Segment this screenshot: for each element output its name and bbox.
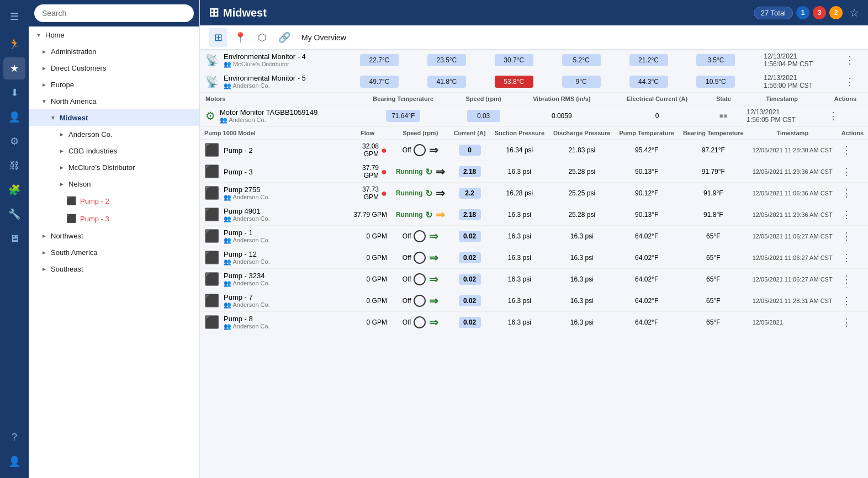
sidebar-item-northwest[interactable]: ► Northwest: [29, 227, 199, 244]
hierarchy-icon[interactable]: ⛓: [3, 155, 25, 177]
profile-icon[interactable]: 👤: [3, 450, 25, 472]
integrations-icon[interactable]: 🧩: [3, 179, 25, 201]
search-input[interactable]: [34, 4, 194, 22]
favorites-icon[interactable]: ★: [3, 57, 25, 79]
sidebar-item-south-america[interactable]: ► South America: [29, 244, 199, 261]
actions-button[interactable]: ⋮: [841, 144, 851, 156]
download-icon[interactable]: ⬇: [3, 82, 25, 104]
speed-state-cell: Off ⇒: [391, 140, 449, 161]
na-arrow: ▼: [40, 97, 49, 105]
pump-temp: 64.02°F: [615, 312, 678, 333]
state-header: State: [706, 93, 741, 105]
actions-button[interactable]: ⋮: [841, 295, 851, 307]
pump-name: Pump - 8: [224, 315, 270, 323]
tab-grid-button[interactable]: ⊞: [209, 28, 227, 47]
speed-header: Speed (rpm): [452, 93, 515, 105]
pump-temp: 64.02°F: [615, 226, 678, 247]
flow-value: 0 GPM: [367, 232, 387, 240]
badge-red: 3: [813, 6, 826, 19]
tools-icon[interactable]: 🔧: [3, 203, 25, 225]
env-monitors-table: 📡 Environmental Monitor - 4 👥 McClure's …: [200, 50, 868, 93]
pump-arrows-icon: ⇒: [429, 230, 438, 243]
sidebar-item-pump2[interactable]: ⬛ Pump - 2: [29, 192, 199, 210]
discharge-pressure: 16.3 psi: [549, 312, 615, 333]
device-name: Environmental Monitor - 4: [224, 52, 306, 61]
actions-button[interactable]: ⋮: [841, 209, 851, 221]
pump-sub: 👥 Anderson Co.: [224, 301, 270, 309]
suction-pressure: 16.3 psi: [490, 226, 549, 247]
favorite-star-icon[interactable]: ☆: [849, 6, 859, 19]
tab-map-button[interactable]: 📍: [231, 28, 250, 47]
flow-value: 37.79 GPM: [348, 164, 379, 179]
timestamp-cell: 12/05/2021 11:29:36 AM CST: [748, 161, 837, 183]
table-row: ⬛ Pump 2755 👥 Anderson Co. 37.73 GPM ● R…: [200, 183, 868, 204]
env-monitor-icon: 📡: [205, 54, 219, 67]
speed-state-cell: Running ↻ ⇒: [391, 161, 449, 183]
left-navigation: ☰ 🏃 ★ ⬇ 👤 ⚙ ⛓ 🧩 🔧 🖥 ? 👤: [0, 0, 29, 478]
tabs-bar: ⊞ 📍 ⬡ 🔗 My Overview: [200, 25, 868, 50]
flow-value: 37.79 GPM: [353, 211, 387, 219]
user-icon[interactable]: 👤: [3, 106, 25, 128]
dashboard-icon[interactable]: 🏃: [3, 33, 25, 55]
sidebar: ▼ Home ► Administration ► Direct Custome…: [29, 0, 200, 478]
sidebar-item-home[interactable]: ▼ Home: [29, 26, 199, 43]
settings-icon[interactable]: ⚙: [3, 130, 25, 152]
tab-device-button[interactable]: ⬡: [253, 28, 272, 47]
sidebar-item-nelson[interactable]: ► Nelson: [29, 176, 199, 192]
topbar: ⊞ Midwest 27 Total 1 3 2 ☆: [200, 0, 868, 25]
sidebar-item-mcclure[interactable]: ► McClure's Distributor: [29, 159, 199, 176]
sidebar-item-anderson[interactable]: ► Anderson Co.: [29, 126, 199, 142]
mc-arrow: ►: [57, 163, 66, 172]
timestamp-cell: 12/05/2021 11:06:36 AM CST: [748, 183, 837, 204]
sidebar-item-europe[interactable]: ► Europe: [29, 76, 199, 93]
nw-arrow: ►: [40, 231, 49, 240]
sidebar-item-pump3[interactable]: ⬛ Pump - 3: [29, 210, 199, 227]
actions-button[interactable]: ⋮: [845, 76, 855, 88]
sidebar-item-label: South America: [51, 248, 194, 257]
bearing-temp: 65°F: [679, 247, 748, 269]
actions-button[interactable]: ⋮: [828, 110, 838, 122]
pump-temp-header: Pump Temperature: [615, 127, 678, 140]
sidebar-item-direct-customers[interactable]: ► Direct Customers: [29, 60, 199, 76]
menu-icon[interactable]: ☰: [3, 6, 25, 28]
table-row: ⬛ Pump - 7 👥 Anderson Co. 0 GPM Off ⇒ 0.…: [200, 290, 868, 312]
timestamp-cell: 12/05/2021 11:06:27 AM CST: [748, 269, 837, 290]
main-area: ⊞ Midwest 27 Total 1 3 2 ☆ ⊞ 📍 ⬡ 🔗 My Ov…: [200, 0, 868, 478]
pump-temp: 64.02°F: [615, 247, 678, 269]
sidebar-item-midwest[interactable]: ▼ Midwest: [29, 109, 199, 126]
actions-button[interactable]: ⋮: [841, 187, 851, 199]
actions-button[interactable]: ⋮: [841, 252, 851, 264]
temp6-cell: 3.5°C: [691, 50, 758, 71]
speed-state-cell: Off ⇒: [391, 226, 449, 247]
pump-sub: 👥 Anderson Co.: [224, 280, 270, 287]
sidebar-item-label: CBG Industries: [68, 147, 194, 155]
help-icon[interactable]: ?: [3, 426, 25, 448]
pump-name: Pump - 1: [224, 229, 270, 237]
device-name: Motor Monitor TAGBB1059149: [220, 108, 317, 116]
flow-value: 37.73 GPM: [348, 185, 379, 201]
sidebar-item-southeast[interactable]: ► Southeast: [29, 261, 199, 277]
monitor-icon[interactable]: 🖥: [3, 227, 25, 249]
sidebar-item-administration[interactable]: ► Administration: [29, 43, 199, 60]
flow-value: 0 GPM: [367, 254, 387, 262]
sidebar-item-north-america[interactable]: ▼ North America: [29, 93, 199, 109]
sidebar-item-cbg[interactable]: ► CBG Industries: [29, 142, 199, 159]
mw-arrow: ▼: [49, 113, 57, 122]
actions-button[interactable]: ⋮: [841, 316, 851, 328]
pump-row-icon: ⬛: [204, 294, 219, 308]
pump-temp: 64.02°F: [615, 269, 678, 290]
table-row: 📡 Environmental Monitor - 4 👥 McClure's …: [200, 50, 868, 71]
actions-button[interactable]: ⋮: [845, 54, 855, 66]
main-content: 📡 Environmental Monitor - 4 👥 McClure's …: [200, 50, 868, 478]
state-icon: ▪▪: [719, 109, 728, 123]
bearing-temp: 97.21°F: [679, 140, 748, 161]
actions-button[interactable]: ⋮: [841, 230, 851, 242]
tab-link-button[interactable]: 🔗: [275, 28, 294, 47]
actions-button[interactable]: ⋮: [841, 166, 851, 178]
sidebar-item-label: Southeast: [51, 265, 194, 273]
topbar-badges: 27 Total 1 3 2 ☆: [754, 6, 859, 19]
speed-rpm-header: Speed (rpm): [391, 127, 449, 140]
actions-button[interactable]: ⋮: [841, 273, 851, 285]
suction-pressure: 16.3 psi: [490, 290, 549, 312]
pump-arrows-icon: ⇒: [436, 208, 445, 221]
